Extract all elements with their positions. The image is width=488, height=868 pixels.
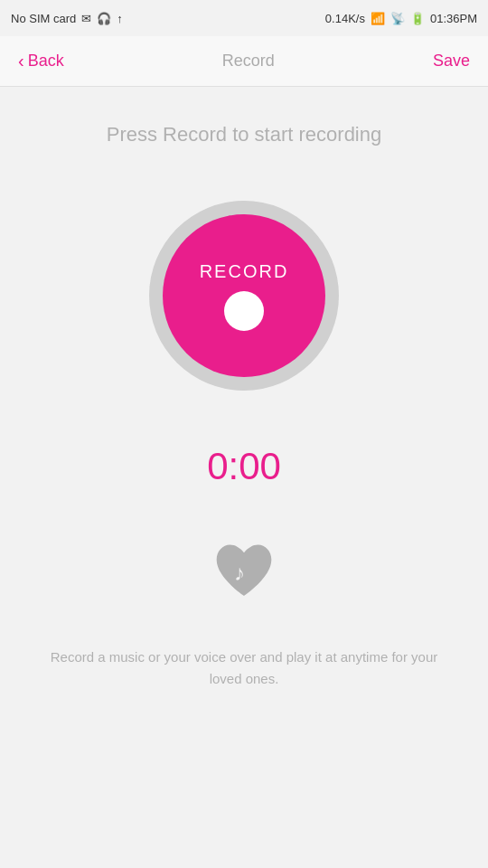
svg-text:♪: ♪: [234, 561, 245, 585]
record-outer-ring: RECORD: [149, 201, 339, 391]
carrier-text: No SIM card: [11, 12, 76, 25]
back-chevron-icon: ‹: [18, 51, 24, 71]
nav-bar: ‹ Back Record Save: [0, 36, 488, 87]
wifi-icon: 📶: [371, 12, 385, 25]
music-heart-container: ♪: [212, 542, 276, 601]
back-button[interactable]: ‹ Back: [18, 51, 64, 71]
status-right: 0.14K/s 📶 📡 🔋 01:36PM: [325, 12, 477, 25]
headset-icon: 🎧: [97, 12, 111, 25]
save-button[interactable]: Save: [433, 52, 470, 71]
upload-icon: ↑: [117, 12, 123, 25]
message-icon: ✉: [81, 12, 91, 25]
prompt-text: Press Record to start recording: [107, 123, 381, 146]
record-dot-icon: [224, 291, 264, 331]
back-label: Back: [28, 52, 64, 71]
status-bar: No SIM card ✉ 🎧 ↑ 0.14K/s 📶 📡 🔋 01:36PM: [0, 0, 488, 36]
record-button[interactable]: RECORD: [163, 214, 325, 377]
status-left: No SIM card ✉ 🎧 ↑: [11, 12, 123, 25]
time-display: 01:36PM: [430, 12, 477, 25]
page-title: Record: [222, 52, 275, 71]
description-text: Record a music or your voice over and pl…: [18, 646, 470, 690]
main-content: Press Record to start recording RECORD 0…: [0, 87, 488, 868]
battery-icon: 🔋: [410, 12, 425, 25]
music-heart-icon: ♪: [212, 542, 276, 601]
network-speed: 0.14K/s: [325, 12, 365, 25]
timer-display: 0:00: [207, 445, 281, 488]
record-button-area: RECORD: [149, 201, 339, 391]
signal-icon: 📡: [390, 12, 405, 25]
record-button-label: RECORD: [200, 261, 289, 282]
